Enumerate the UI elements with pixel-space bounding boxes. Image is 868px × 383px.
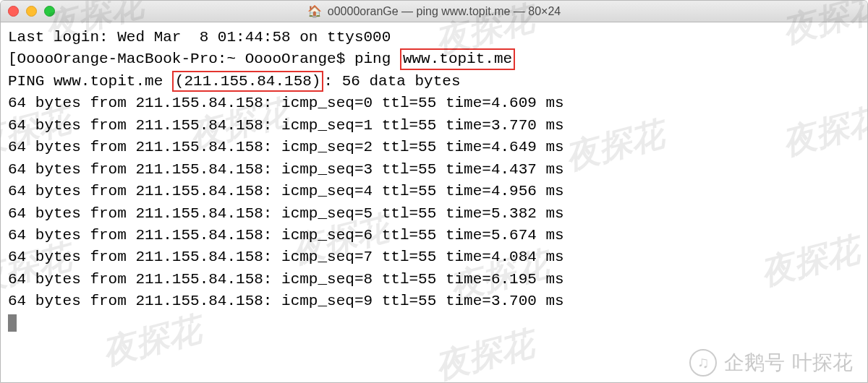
ping-replies: 64 bytes from 211.155.84.158: icmp_seq=0…: [8, 92, 860, 312]
ping-reply-line: 64 bytes from 211.155.84.158: icmp_seq=3…: [8, 159, 860, 181]
close-button[interactable]: [8, 6, 19, 17]
ping-reply-line: 64 bytes from 211.155.84.158: icmp_seq=1…: [8, 115, 860, 137]
command-line: [OoooOrange-MacBook-Pro:~ OoooOrange$ pi…: [8, 48, 860, 70]
ping-reply-line: 64 bytes from 211.155.84.158: icmp_seq=7…: [8, 246, 860, 268]
window-title: o0000oranGe — ping www.topit.me — 80×24: [328, 5, 561, 18]
ping-reply-line: 64 bytes from 211.155.84.158: icmp_seq=0…: [8, 92, 860, 114]
terminal-cursor: [8, 314, 17, 332]
ping-reply-line: 64 bytes from 211.155.84.158: icmp_seq=9…: [8, 291, 860, 312]
traffic-lights: [8, 6, 55, 17]
highlight-target: www.topit.me: [400, 48, 515, 69]
ping-reply-line: 64 bytes from 211.155.84.158: icmp_seq=6…: [8, 225, 860, 246]
title-area: 🏠 o0000oranGe — ping www.topit.me — 80×2…: [307, 4, 561, 18]
penguin-icon: ♫: [689, 349, 717, 376]
last-login-line: Last login: Wed Mar 8 01:44:58 on ttys00…: [8, 27, 860, 48]
maximize-button[interactable]: [44, 6, 55, 17]
ping-reply-line: 64 bytes from 211.155.84.158: icmp_seq=5…: [8, 203, 860, 225]
attribution-name: 叶探花: [792, 349, 853, 376]
ping-header-line: PING www.topit.me (211.155.84.158): 56 d…: [8, 71, 860, 92]
attribution: ♫ 企鹅号 叶探花: [689, 349, 853, 376]
highlight-ip: (211.155.84.158): [172, 71, 324, 92]
terminal-output[interactable]: Last login: Wed Mar 8 01:44:58 on ttys00…: [1, 22, 867, 339]
ping-reply-line: 64 bytes from 211.155.84.158: icmp_seq=8…: [8, 269, 860, 291]
ping-reply-line: 64 bytes from 211.155.84.158: icmp_seq=4…: [8, 181, 860, 202]
attribution-prefix: 企鹅号: [724, 349, 785, 376]
ping-reply-line: 64 bytes from 211.155.84.158: icmp_seq=2…: [8, 137, 860, 158]
minimize-button[interactable]: [26, 6, 37, 17]
home-icon: 🏠: [307, 4, 322, 18]
window-titlebar: 🏠 o0000oranGe — ping www.topit.me — 80×2…: [1, 1, 867, 22]
